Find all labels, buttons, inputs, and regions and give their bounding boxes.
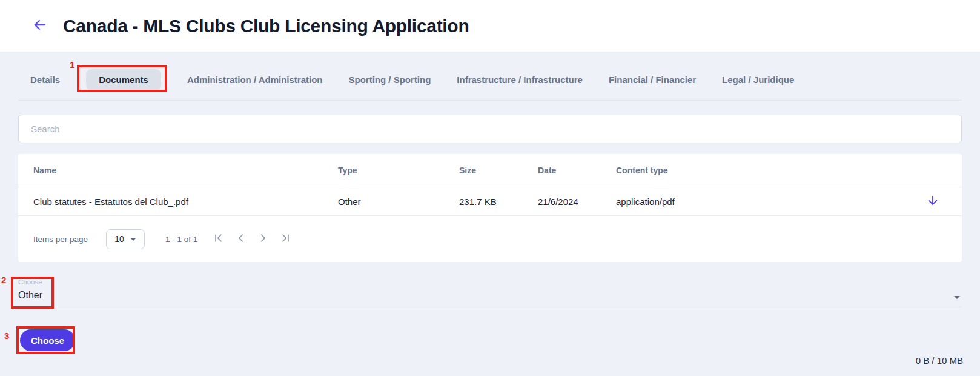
search-container xyxy=(18,115,962,143)
first-page-button[interactable] xyxy=(211,230,226,247)
back-button[interactable] xyxy=(31,16,48,35)
select-floating-label: Choose xyxy=(18,278,962,286)
column-header-date: Date xyxy=(538,166,616,175)
choose-file-button[interactable]: Choose xyxy=(20,329,75,351)
next-page-button[interactable] xyxy=(256,230,271,247)
document-size: 231.7 KB xyxy=(459,196,538,207)
back-arrow-icon xyxy=(31,16,48,35)
items-per-page-label: Items per page xyxy=(33,235,88,244)
page-size-select[interactable]: 10 xyxy=(106,229,145,249)
download-icon xyxy=(926,194,939,209)
page-size-value: 10 xyxy=(114,234,124,244)
search-input[interactable] xyxy=(18,115,962,143)
tab-sporting[interactable]: Sporting / Sporting xyxy=(349,75,431,85)
document-type: Other xyxy=(338,196,459,207)
tab-infrastructure[interactable]: Infrastructure / Infrastructure xyxy=(457,75,583,85)
page-header: Canada - MLS Clubs Club Licensing Applic… xyxy=(0,0,980,52)
document-content-type: application/pdf xyxy=(616,196,904,207)
tab-documents[interactable]: Documents xyxy=(86,69,161,90)
document-type-select[interactable]: Choose Other 2 xyxy=(18,278,962,307)
row-actions xyxy=(904,194,962,209)
chevron-right-icon xyxy=(257,232,270,246)
column-header-name: Name xyxy=(18,166,338,175)
tab-administration[interactable]: Administration / Administration xyxy=(187,75,323,85)
paginator-range-label: 1 - 1 of 1 xyxy=(165,235,197,244)
previous-page-button[interactable] xyxy=(233,230,248,247)
first-page-icon xyxy=(212,232,225,246)
tab-legal[interactable]: Legal / Juridique xyxy=(722,75,794,85)
tab-divider xyxy=(18,100,962,101)
column-header-size: Size xyxy=(459,166,538,175)
caret-down-icon xyxy=(130,238,136,241)
download-button[interactable] xyxy=(926,194,939,209)
tab-bar: Details Documents 1 Administration / Adm… xyxy=(30,67,980,92)
column-header-type: Type xyxy=(338,166,459,175)
tab-details[interactable]: Details xyxy=(30,75,60,85)
tab-documents-wrapper: Documents 1 xyxy=(86,69,161,90)
last-page-button[interactable] xyxy=(278,230,293,247)
last-page-icon xyxy=(279,232,292,246)
column-header-content-type: Content type xyxy=(616,166,904,175)
select-value: Other xyxy=(18,289,962,301)
dropdown-arrow-icon xyxy=(954,296,960,299)
document-date: 21/6/2024 xyxy=(538,196,616,207)
page-title: Canada - MLS Clubs Club Licensing Applic… xyxy=(63,16,469,36)
tab-financial[interactable]: Financial / Financier xyxy=(609,75,696,85)
upload-button-row: Choose 3 xyxy=(20,329,141,351)
table-row: Club statutes - Estatutos del Club_.pdf … xyxy=(18,187,962,216)
annotation-number-1: 1 xyxy=(70,59,74,70)
document-name: Club statutes - Estatutos del Club_.pdf xyxy=(18,196,338,207)
chevron-left-icon xyxy=(234,232,247,246)
upload-quota-label: 0 B / 10 MB xyxy=(916,355,963,366)
table-header-row: Name Type Size Date Content type xyxy=(18,154,962,187)
application-page: Canada - MLS Clubs Club Licensing Applic… xyxy=(0,0,980,376)
documents-table: Name Type Size Date Content type Club st… xyxy=(18,154,962,262)
annotation-number-3: 3 xyxy=(4,331,9,341)
annotation-number-2: 2 xyxy=(1,275,6,285)
table-paginator: Items per page 10 1 - 1 of 1 xyxy=(18,216,962,262)
paginator-controls xyxy=(211,230,293,247)
